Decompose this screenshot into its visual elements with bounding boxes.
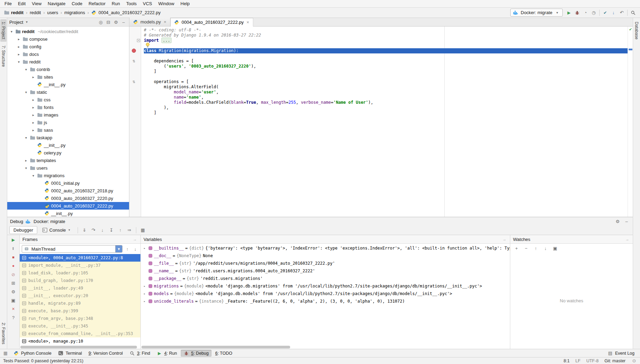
code-line[interactable] (144, 43, 628, 48)
gutter-marker-icon[interactable]: ⇅ (132, 59, 135, 63)
code-line[interactable]: import ... (144, 38, 628, 43)
code-line[interactable]: field=models.CharField(blank=True, max_l… (144, 100, 628, 105)
execution-line-marker[interactable] (629, 49, 632, 50)
tree-chevron-icon[interactable]: ▸ (24, 159, 28, 162)
tree-chevron-icon[interactable]: ▸ (31, 105, 36, 109)
pin-button[interactable]: ▣ (10, 297, 17, 303)
toolwindow-button-terminal[interactable]: Terminal (55, 350, 85, 357)
breakpoint-icon[interactable] (132, 49, 136, 53)
settings-button[interactable]: ⚙ (614, 218, 621, 225)
code-line[interactable]: # -*- coding: utf-8 -*- (144, 28, 628, 33)
file-encoding[interactable]: UTF-8 (586, 358, 598, 363)
tree-item[interactable]: celery.py (7, 149, 129, 156)
debug-button[interactable] (573, 9, 581, 17)
run-button[interactable]: ▶ (565, 9, 573, 17)
frames-horizontal-scrollbar[interactable] (20, 346, 139, 348)
settings-button[interactable]: ⚙ (10, 289, 17, 295)
breadcrumb-item[interactable]: migrations (63, 10, 86, 16)
expand-arrow-icon[interactable]: ▸ (142, 290, 147, 297)
menu-edit[interactable]: Edit (15, 0, 29, 7)
caret-position[interactable]: 8:1 (563, 358, 569, 363)
code-line[interactable]: ] (144, 69, 628, 74)
frame-row[interactable]: execute, __init__.py:345 (20, 322, 140, 330)
variable-row[interactable]: ▸migrations = {module}<module 'django.db… (141, 282, 510, 290)
variable-row[interactable]: ▸models = {module}<module 'django.db.mod… (141, 290, 510, 297)
debug-tab-console[interactable]: Console▾ (38, 226, 75, 234)
tree-chevron-icon[interactable]: ▾ (24, 68, 28, 71)
tree-item[interactable]: ▸js (7, 119, 129, 126)
menu-help[interactable]: Help (177, 0, 193, 7)
frame-row[interactable]: __init__, executor.py:20 (20, 292, 140, 300)
tree-chevron-icon[interactable]: ▾ (31, 174, 36, 178)
stripe-button-7-structure[interactable]: 7: Structure (0, 43, 7, 69)
tree-item[interactable]: ▸config (7, 43, 129, 50)
tree-item[interactable]: ▸docs (7, 50, 129, 58)
variable-row[interactable]: __name__ = {str}'reddit.users.migrations… (141, 267, 510, 275)
menu-view[interactable]: View (29, 0, 45, 7)
tree-chevron-icon[interactable]: ▸ (17, 52, 21, 56)
hide-panel-button[interactable]: – (120, 19, 127, 26)
tree-chevron-icon[interactable]: ▾ (24, 90, 28, 94)
tree-chevron-icon[interactable]: ▸ (31, 75, 36, 79)
evaluate-button[interactable]: ▦ (139, 226, 147, 234)
run-to-cursor-button[interactable]: ⇒ (125, 226, 134, 234)
chevron-down-icon[interactable]: ▾ (24, 19, 29, 25)
fold-expand-icon[interactable]: + (137, 39, 140, 42)
minimize-panel-icon[interactable]: → (132, 236, 138, 242)
variable-row[interactable]: ▸unicode_literals = {instance} _Feature:… (141, 297, 510, 305)
step-over-button[interactable]: ↷ (89, 226, 98, 234)
scrollbar-thumb[interactable] (141, 346, 290, 348)
frame-row[interactable]: handle, migrate.py:89 (20, 300, 140, 307)
stripe-button-1-project[interactable]: 1: Project (0, 19, 7, 42)
tree-chevron-icon[interactable]: ▸ (31, 113, 36, 117)
code-line[interactable]: ] (144, 110, 628, 115)
pause-button[interactable]: ‖ (10, 245, 17, 252)
frame-row[interactable]: load_disk, loader.py:105 (20, 269, 140, 277)
collapse-all-button[interactable]: ⊟ (105, 19, 112, 26)
intention-bulb-icon[interactable] (145, 42, 150, 49)
locate-button[interactable]: ◎ (97, 19, 104, 26)
stop-button[interactable]: ■ (10, 254, 17, 260)
tree-chevron-icon[interactable]: ▸ (17, 45, 21, 49)
thread-selector[interactable]: MainThread ▼ (22, 245, 122, 253)
frame-row[interactable]: execute, base.py:399 (20, 307, 140, 315)
menu-vcs[interactable]: VCS (140, 0, 155, 7)
variable-row[interactable]: __file__ = {str}'/app/reddit/users/migra… (141, 260, 510, 267)
resume-button[interactable]: ▶ (10, 237, 17, 243)
tree-item[interactable]: ▾users (7, 164, 129, 172)
mute-breakpoints-button[interactable]: ⊘ (10, 271, 17, 277)
breadcrumb-item[interactable]: reddit (3, 10, 24, 16)
variables-horizontal-scrollbar[interactable] (141, 346, 496, 348)
minimize-panel-icon[interactable]: → (624, 236, 630, 242)
remove-watch-button[interactable]: − (523, 245, 530, 252)
code-line[interactable]: name='name', (144, 95, 628, 100)
tree-chevron-icon[interactable]: ▸ (31, 121, 36, 124)
toolwindow-button-5-debug[interactable]: 5: Debug (181, 350, 211, 357)
tree-item[interactable]: ▾migrations (7, 172, 129, 179)
code-line[interactable]: class Migration(migrations.Migration): (144, 48, 628, 53)
chevron-down-icon[interactable]: ▼ (115, 245, 122, 252)
code-area[interactable]: # -*- coding: utf-8 -*-# Generated by Dj… (141, 27, 628, 217)
search-everywhere-button[interactable] (629, 9, 637, 17)
frame-row[interactable]: run_from_argv, base.py:348 (20, 315, 140, 322)
restore-layout-button[interactable]: ⊞ (10, 280, 17, 286)
code-line[interactable] (144, 74, 628, 79)
frame-row[interactable]: execute_from_command_line, __init__.py:3… (20, 330, 140, 337)
vcs-update-button[interactable]: ↓ (609, 9, 618, 17)
frame-row[interactable]: <module>, 0004_auto_20160327_2222.py:8 (20, 254, 140, 262)
frame-row[interactable]: import_module, __init__.py:37 (20, 262, 140, 269)
close-tab-icon[interactable]: × (246, 20, 250, 25)
profiler-button[interactable]: ◷ (590, 9, 598, 17)
move-down-button[interactable]: ↓ (542, 245, 549, 252)
highlighting-level-icon[interactable]: ⊙ (631, 358, 637, 364)
gutter-marker-icon[interactable]: ⇅ (132, 80, 135, 84)
code-line[interactable]: operations = [ (144, 79, 628, 84)
menu-tools[interactable]: Tools (123, 0, 140, 7)
editor-tab[interactable]: models.py× (130, 18, 170, 26)
inspections-ok-icon[interactable]: ✔ (628, 27, 633, 32)
frame-row[interactable]: __init__, loader.py:49 (20, 284, 140, 292)
copy-button[interactable]: ▣ (552, 245, 559, 252)
menu-window[interactable]: Window (155, 0, 177, 7)
toolwindow-button-6-todo[interactable]: 6: TODO (213, 350, 235, 357)
menu-code[interactable]: Code (69, 0, 86, 7)
